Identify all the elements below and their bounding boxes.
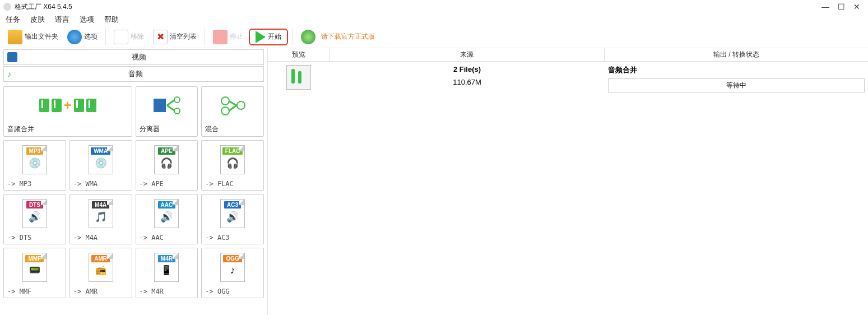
tile-m4r-label: -> M4R (140, 288, 164, 295)
tile-mix-label: 混合 (202, 123, 263, 136)
task-row[interactable]: 2 File(s) 110.67M 音频合并 等待中 (268, 62, 868, 96)
mp3-icon: MP3💿 (4, 141, 66, 179)
tile-ape[interactable]: APE🎧 -> APE (136, 140, 198, 191)
audio-join-icon: + (4, 87, 132, 123)
menu-task[interactable]: 任务 (6, 15, 20, 25)
tile-splitter[interactable]: 分离器 (136, 86, 198, 137)
menu-option[interactable]: 选项 (80, 15, 94, 25)
tile-wma[interactable]: WMA💿 -> WMA (69, 140, 132, 191)
svg-point-2 (174, 108, 180, 114)
ac3-icon: AC3🔊 (202, 194, 263, 233)
audio-tiles-grid: + 音频合并 分离器 混合 MP3💿 -> MP3 (0, 83, 267, 302)
tile-ogg-label: -> OGG (205, 288, 229, 295)
task-output-name: 音频合并 (608, 65, 865, 75)
svg-point-1 (174, 97, 180, 103)
tile-aac[interactable]: AAC🔊 -> AAC (136, 194, 198, 244)
menubar: 任务 皮肤 语言 选项 帮助 (0, 13, 868, 26)
task-status: 等待中 (608, 78, 865, 92)
options-label: 选项 (84, 32, 98, 41)
separator (293, 29, 293, 45)
column-headers: 预览 来源 输出 / 转换状态 (268, 48, 868, 62)
window-title: 格式工厂 X64 5.4.5 (15, 2, 818, 12)
tile-ac3[interactable]: AC3🔊 -> AC3 (201, 194, 264, 244)
main-area: 视频 ♪ 音频 + 音频合并 分离器 (0, 48, 868, 315)
col-preview[interactable]: 预览 (268, 48, 329, 61)
left-pane: 视频 ♪ 音频 + 音频合并 分离器 (0, 48, 268, 315)
category-video-label: 视频 (17, 52, 260, 62)
menu-skin[interactable]: 皮肤 (30, 15, 45, 25)
task-thumbnail-icon (286, 65, 311, 90)
play-icon (256, 31, 266, 43)
menu-language[interactable]: 语言 (55, 15, 69, 25)
music-note-icon: ♪ (7, 70, 11, 78)
m4a-icon: M4A🎵 (70, 194, 132, 233)
mix-icon (202, 87, 263, 123)
tile-mp3-label: -> MP3 (7, 180, 31, 188)
tile-dts-label: -> DTS (7, 234, 31, 242)
mmf-icon: MMF📟 (4, 248, 66, 286)
ape-icon: APE🎧 (136, 141, 198, 179)
stop-icon (213, 30, 228, 44)
tile-m4r[interactable]: M4R📱 -> M4R (136, 248, 198, 298)
tile-amr[interactable]: AMR📻 -> AMR (69, 248, 132, 298)
svg-point-3 (221, 97, 229, 105)
col-source[interactable]: 来源 (329, 48, 605, 61)
start-button[interactable]: 开始 (249, 29, 288, 45)
tile-mmf[interactable]: MMF📟 -> MMF (3, 248, 66, 298)
tile-audio-join[interactable]: + 音频合并 (3, 86, 132, 137)
remove-label: 移除 (131, 32, 144, 41)
tile-audio-join-label: 音频合并 (4, 123, 132, 136)
globe-icon (301, 30, 315, 44)
task-size: 110.67M (329, 78, 605, 86)
separator (105, 29, 106, 45)
tile-wma-label: -> WMA (73, 180, 98, 188)
download-official-label: 请下载官方正式版 (321, 32, 375, 41)
tile-m4a[interactable]: M4A🎵 -> M4A (69, 194, 132, 244)
right-pane: 预览 来源 输出 / 转换状态 2 File(s) 110.67M 音频合并 等… (268, 48, 868, 315)
stop-button[interactable]: 停止 (210, 29, 247, 45)
category-video[interactable]: 视频 (3, 49, 264, 65)
tile-ogg[interactable]: OGG♪ -> OGG (201, 248, 264, 298)
menu-help[interactable]: 帮助 (104, 15, 119, 25)
folder-icon (8, 30, 22, 44)
output-folder-button[interactable]: 输出文件夹 (4, 29, 62, 45)
tile-flac-label: -> FLAC (205, 180, 234, 188)
clear-list-button[interactable]: 清空列表 (150, 29, 200, 45)
document-icon (114, 30, 128, 44)
stop-label: 停止 (230, 32, 243, 41)
tile-mp3[interactable]: MP3💿 -> MP3 (3, 140, 66, 191)
options-button[interactable]: 选项 (64, 29, 101, 45)
category-audio[interactable]: ♪ 音频 (3, 66, 264, 82)
minimize-button[interactable]: — (818, 2, 833, 11)
tile-mix[interactable]: 混合 (201, 86, 264, 137)
m4r-icon: M4R📱 (136, 248, 198, 286)
dts-icon: DTS🔊 (4, 194, 66, 233)
maximize-button[interactable]: ☐ (833, 2, 849, 11)
start-label: 开始 (268, 32, 281, 41)
options-icon (67, 30, 82, 44)
film-icon (7, 52, 17, 62)
remove-button[interactable]: 移除 (110, 29, 147, 45)
tile-flac[interactable]: FLAC🎧 -> FLAC (201, 140, 264, 191)
amr-icon: AMR📻 (70, 248, 132, 286)
category-audio-label: 音频 (11, 69, 260, 79)
clear-icon (153, 30, 168, 44)
svg-point-4 (221, 107, 229, 115)
app-icon (3, 3, 11, 11)
output-folder-label: 输出文件夹 (25, 32, 58, 41)
separator (205, 29, 205, 45)
wma-icon: WMA💿 (70, 141, 132, 179)
ogg-icon: OGG♪ (202, 248, 263, 286)
col-output-status[interactable]: 输出 / 转换状态 (605, 48, 868, 61)
tile-aac-label: -> AAC (140, 234, 164, 242)
flac-icon: FLAC🎧 (202, 141, 263, 179)
splitter-icon (136, 87, 198, 123)
tile-ape-label: -> APE (140, 180, 164, 188)
download-official-button[interactable]: 请下载官方正式版 (298, 29, 378, 45)
close-button[interactable]: ✕ (849, 2, 865, 11)
tile-dts[interactable]: DTS🔊 -> DTS (3, 194, 66, 244)
tile-splitter-label: 分离器 (136, 123, 198, 136)
task-file-count: 2 File(s) (329, 65, 605, 73)
tile-m4a-label: -> M4A (73, 234, 98, 242)
titlebar: 格式工厂 X64 5.4.5 — ☐ ✕ (0, 0, 868, 13)
